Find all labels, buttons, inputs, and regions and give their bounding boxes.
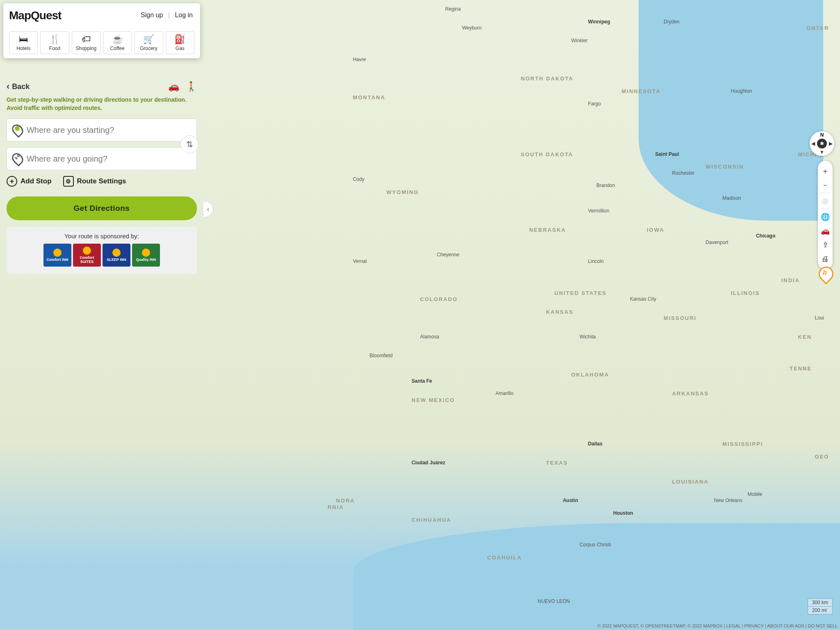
map-city-label: Fargo	[588, 101, 601, 107]
map-city-label: Houston	[613, 510, 633, 516]
map-state-label: TENNE	[790, 365, 812, 372]
sponsor-card: Your route is sponsored by: Comfort INNC…	[7, 227, 197, 274]
end-input[interactable]	[27, 154, 191, 164]
directions-description: Get step-by-step walking or driving dire…	[7, 96, 197, 112]
traffic-button[interactable]: 🚗	[818, 224, 833, 238]
sponsor-logo[interactable]: SLEEP INN	[103, 244, 130, 267]
compass-center-icon[interactable]: ✱	[817, 139, 827, 148]
map-state-label: MISSOURI	[664, 315, 696, 321]
map-city-label: Winkler	[571, 38, 588, 43]
map-state-label: MINNESOTA	[622, 88, 661, 94]
category-label: Hotels	[16, 46, 30, 51]
category-label: Grocery	[140, 46, 158, 51]
sponsor-text: Your route is sponsored by:	[13, 233, 190, 240]
sponsor-logos: Comfort INNComfort SUITESSLEEP INNQualit…	[13, 244, 190, 267]
map-state-label: CHIHUAHUA	[412, 517, 452, 523]
map-state-label: KANSAS	[546, 309, 573, 315]
category-gas[interactable]: ⛽ Gas	[166, 31, 194, 54]
map-city-label: Kansas City	[630, 296, 656, 302]
map-city-label: Brandon	[596, 183, 615, 188]
get-directions-button[interactable]: Get Directions	[7, 196, 197, 220]
map-state-label: INDIA	[781, 277, 800, 283]
category-label: Food	[49, 46, 60, 51]
add-stop-label: Add Stop	[21, 177, 52, 185]
mode-car-icon[interactable]: 🚗	[168, 81, 179, 92]
map-city-label: Dryden	[664, 19, 680, 25]
category-grocery[interactable]: 🛒 Grocery	[134, 31, 163, 54]
sliders-icon: ⚙	[63, 176, 74, 187]
map-city-label: Vermillion	[588, 208, 609, 214]
category-food[interactable]: 🍴 Food	[40, 31, 69, 54]
map-state-label: NORA	[336, 498, 355, 504]
directions-panel: Back 🚗 🚶 Get step-by-step walking or dri…	[0, 78, 203, 274]
map-city-label: Saint Paul	[655, 151, 679, 157]
basemap-button[interactable]: 🌐	[818, 210, 833, 224]
map-state-label: ILLINOIS	[731, 290, 760, 296]
gas-icon: ⛽	[174, 35, 185, 44]
map-city-label: Lincoln	[588, 258, 604, 264]
pan-down-icon[interactable]: ▼	[819, 149, 824, 155]
map-city-label: Davenport	[705, 240, 728, 245]
start-input[interactable]	[27, 126, 191, 135]
map-state-label: NORTH DAKOTA	[521, 75, 573, 82]
back-label: Back	[12, 82, 30, 91]
map-city-label: Madison	[722, 195, 741, 201]
category-coffee[interactable]: ☕ Coffee	[103, 31, 132, 54]
compass-north-label: N	[820, 132, 824, 138]
route-inputs: ⇅	[7, 119, 197, 170]
login-link[interactable]: Log in	[175, 11, 193, 18]
map-state-label: COAHUILA	[487, 555, 522, 561]
locate-me-button[interactable]: ◎	[818, 194, 833, 208]
signup-link[interactable]: Sign up	[141, 11, 163, 18]
map-city-label: Regina	[445, 6, 461, 12]
map-state-label: LOUISIANA	[672, 479, 709, 485]
map-city-label: Vernal	[353, 258, 367, 264]
map-city-label: Mobile	[748, 491, 762, 497]
sponsor-logo[interactable]: Comfort INN	[43, 244, 71, 267]
sponsor-logo[interactable]: Comfort SUITES	[73, 244, 101, 267]
zoom-in-button[interactable]: ＋	[818, 164, 833, 178]
hotel-icon: 🛏	[19, 35, 28, 44]
start-field[interactable]	[7, 119, 197, 142]
share-button[interactable]: ⇪	[818, 238, 833, 252]
travel-modes: 🚗 🚶	[168, 81, 197, 92]
compass-control[interactable]: N ◀ ▶ ▼ ✱	[810, 131, 834, 156]
map-state-label: MONTANA	[353, 94, 385, 100]
map-city-label: Wichita	[580, 334, 596, 340]
map-state-label: NEW MEXICO	[412, 397, 455, 403]
map-state-label: UNITED STATES	[555, 290, 607, 296]
map-state-label: KEN	[798, 334, 812, 340]
end-field[interactable]	[7, 147, 197, 170]
map-state-label: ONTAR	[806, 25, 829, 31]
category-label: Coffee	[110, 46, 125, 51]
coffee-icon: ☕	[112, 35, 123, 44]
map-city-label: Weyburn	[462, 25, 482, 31]
food-icon: 🍴	[49, 35, 60, 44]
category-row: 🛏 Hotels🍴 Food🏷 Shopping☕ Coffee🛒 Grocer…	[9, 31, 194, 54]
print-button[interactable]: 🖨	[818, 252, 833, 266]
category-label: Shopping	[75, 46, 96, 51]
great-lakes-water	[639, 0, 824, 221]
back-button[interactable]: Back	[7, 81, 30, 92]
poi-marker[interactable]	[819, 267, 833, 283]
map-state-label: ARKANSAS	[672, 390, 709, 397]
mode-walk-icon[interactable]: 🚶	[186, 81, 197, 92]
map-city-label: Cheyenne	[437, 252, 459, 258]
map-state-label: NEBRASKA	[529, 227, 566, 233]
pan-left-icon[interactable]: ◀	[811, 141, 815, 146]
scale-mi: 200 mi	[808, 607, 832, 614]
sponsor-logo[interactable]: Quality INN	[132, 244, 160, 267]
map-state-label: WYOMING	[386, 189, 419, 195]
category-hotel[interactable]: 🛏 Hotels	[9, 31, 38, 54]
plus-icon: +	[7, 176, 17, 187]
map-city-label: Amarillo	[495, 390, 513, 396]
category-shopping[interactable]: 🏷 Shopping	[72, 31, 100, 54]
map-city-label: Loui	[815, 315, 824, 321]
zoom-out-button[interactable]: －	[818, 178, 833, 192]
swap-locations-button[interactable]: ⇅	[180, 135, 199, 153]
route-settings-button[interactable]: ⚙ Route Settings	[63, 176, 126, 187]
pan-right-icon[interactable]: ▶	[829, 141, 833, 146]
add-stop-button[interactable]: + Add Stop	[7, 176, 52, 187]
auth-separator: |	[168, 11, 170, 18]
map-state-label: COLORADO	[420, 296, 458, 302]
